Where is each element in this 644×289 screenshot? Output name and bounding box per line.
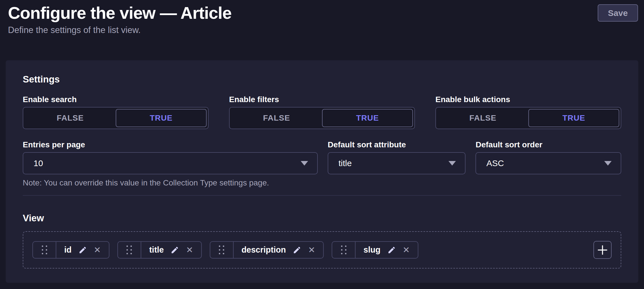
default-sort-attribute-select[interactable]: title (328, 152, 466, 174)
remove-field-icon[interactable]: ✕ (186, 246, 193, 254)
remove-field-icon[interactable]: ✕ (403, 246, 410, 254)
chip-label: title (149, 245, 164, 255)
default-sort-order-select[interactable]: ASC (475, 152, 621, 174)
enable-filters-false-option[interactable]: FALSE (231, 109, 322, 127)
page-title: Configure the view — Article (8, 4, 638, 22)
chevron-down-icon (448, 161, 456, 166)
enable-search-label: Enable search (23, 95, 209, 104)
enable-bulk-actions-toggle: FALSE TRUE (435, 107, 621, 129)
displayed-fields-dropzone: id ✕ title ✕ d (23, 231, 621, 269)
drag-handle[interactable] (210, 242, 234, 258)
settings-heading: Settings (23, 75, 621, 84)
default-sort-order-label: Default sort order (475, 140, 621, 149)
default-sort-attribute-value: title (338, 158, 352, 168)
plus-icon (597, 245, 608, 255)
remove-field-icon[interactable]: ✕ (94, 246, 101, 254)
drag-handle-icon (126, 245, 132, 254)
field-chip-title: title ✕ (117, 241, 202, 259)
chip-body: description ✕ (234, 242, 323, 258)
field-default-sort-attribute: Default sort attribute title (328, 140, 466, 174)
enable-filters-true-option[interactable]: TRUE (322, 109, 413, 127)
field-chip-slug: slug ✕ (332, 241, 418, 259)
enable-bulk-actions-true-option[interactable]: TRUE (528, 109, 619, 127)
field-default-sort-order: Default sort order ASC (475, 140, 621, 174)
drag-handle-icon (341, 245, 346, 254)
enable-filters-toggle: FALSE TRUE (229, 107, 415, 129)
chip-body: id ✕ (56, 242, 109, 258)
default-sort-attribute-label: Default sort attribute (328, 140, 466, 149)
edit-pencil-icon[interactable] (387, 246, 396, 254)
section-divider (23, 195, 621, 196)
field-entries-per-page: Entries per page 10 (23, 140, 318, 174)
field-enable-filters: Enable filters FALSE TRUE (229, 95, 415, 129)
page-subtitle: Define the settings of the list view. (8, 25, 638, 35)
edit-pencil-icon[interactable] (293, 246, 301, 254)
save-button[interactable]: Save (598, 4, 638, 22)
enable-search-false-option[interactable]: FALSE (25, 109, 116, 127)
drag-handle[interactable] (332, 242, 356, 258)
remove-field-icon[interactable]: ✕ (308, 246, 315, 254)
drag-handle-icon (219, 245, 224, 254)
field-enable-search: Enable search FALSE TRUE (23, 95, 209, 129)
drag-handle-icon (42, 245, 47, 254)
drag-handle[interactable] (118, 242, 141, 258)
entries-per-page-note: Note: You can override this value in the… (23, 178, 621, 187)
entries-per-page-label: Entries per page (23, 140, 318, 149)
view-heading: View (23, 213, 621, 223)
chip-body: slug ✕ (356, 242, 418, 258)
settings-panel: Settings Enable search FALSE TRUE Enable… (6, 60, 638, 283)
drag-handle[interactable] (33, 242, 56, 258)
field-chip-id: id ✕ (32, 241, 109, 259)
page-header: Configure the view — Article Define the … (0, 0, 644, 35)
edit-pencil-icon[interactable] (78, 246, 87, 254)
enable-search-true-option[interactable]: TRUE (116, 109, 207, 127)
enable-search-toggle: FALSE TRUE (23, 107, 209, 129)
field-chip-description: description ✕ (210, 241, 324, 259)
chip-label: id (64, 245, 72, 255)
selects-row: Entries per page 10 Default sort attribu… (23, 140, 621, 174)
chevron-down-icon (301, 161, 308, 166)
field-enable-bulk-actions: Enable bulk actions FALSE TRUE (435, 95, 621, 129)
enable-bulk-actions-false-option[interactable]: FALSE (437, 109, 528, 127)
chip-body: title ✕ (141, 242, 201, 258)
entries-per-page-select[interactable]: 10 (23, 152, 318, 174)
chip-label: description (242, 245, 286, 255)
enable-filters-label: Enable filters (229, 95, 415, 104)
default-sort-order-value: ASC (486, 158, 504, 168)
chevron-down-icon (604, 161, 612, 166)
add-field-button[interactable] (593, 241, 612, 259)
enable-bulk-actions-label: Enable bulk actions (435, 95, 621, 104)
edit-pencil-icon[interactable] (171, 246, 179, 254)
entries-per-page-value: 10 (34, 158, 43, 168)
chip-label: slug (363, 245, 381, 255)
toggles-row: Enable search FALSE TRUE Enable filters … (23, 95, 621, 129)
